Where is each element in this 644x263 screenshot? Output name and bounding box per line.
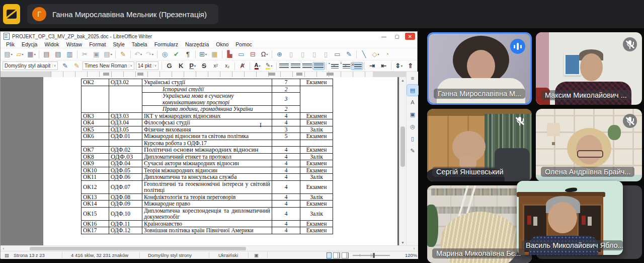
align-justify-icon[interactable] (313, 62, 325, 70)
table-cell[interactable]: Геополітичні та геоекономічні інтереси у… (142, 180, 272, 193)
insert-chart-icon[interactable]: ▙ (224, 49, 235, 59)
new-style-icon[interactable]: ✎ (71, 61, 83, 71)
menu-style[interactable]: Style (109, 41, 128, 47)
hyperlink-icon[interactable]: ⊕ (274, 49, 285, 59)
menu-plik[interactable]: Plik (3, 41, 18, 47)
table-cell[interactable]: Екзамен (300, 112, 333, 119)
table-cell[interactable]: 3 (272, 126, 300, 133)
table-cell[interactable]: ОК8 (82, 153, 109, 160)
clone-formatting-icon[interactable]: ✎ (117, 49, 129, 59)
vertical-scrollbar[interactable]: ▲ ▼ (399, 77, 406, 245)
sidebar-properties-icon[interactable]: ▤ (407, 85, 418, 96)
insert-field-icon[interactable]: ▯ (308, 49, 320, 59)
sidebar-styles-icon[interactable]: A (407, 97, 418, 108)
document-area[interactable]: ОК2ОДЗ.02Українські студії7ЕкзаменІстори… (1, 77, 399, 245)
table-cell[interactable]: Курсова робота з ОДФ.17 (142, 140, 272, 147)
horizontal-scroll-thumb[interactable] (30, 247, 246, 250)
vertical-scroll-thumb[interactable] (400, 126, 405, 167)
table-cell[interactable]: 7 (272, 79, 300, 86)
multi-page-view-icon[interactable] (333, 252, 338, 258)
table-cell[interactable]: ОК17 (82, 227, 109, 234)
insert-header-icon[interactable]: ▯ (285, 49, 297, 59)
ruler-column-marker[interactable] (103, 73, 109, 76)
table-cell[interactable]: ОДФ.02 (109, 147, 142, 154)
table-cell[interactable]: ОК11 (82, 174, 109, 181)
table-cell[interactable]: 4 (272, 193, 300, 201)
ruler-column-marker[interactable] (296, 73, 302, 76)
table-cell[interactable]: 4 (272, 207, 300, 220)
table-cell[interactable]: 4 (272, 180, 300, 193)
table-cell[interactable]: 5 (272, 133, 300, 140)
insert-footer-icon[interactable]: ▯ (297, 49, 308, 59)
table-cell[interactable]: Конфліктологія та теорія переговорів (142, 193, 272, 201)
table-cell[interactable] (109, 140, 142, 147)
table-cell[interactable]: Міжнародні відносини та світова політика (142, 133, 272, 140)
table-cell[interactable]: 2 (272, 86, 300, 93)
minimize-button[interactable]: — (379, 33, 389, 40)
insert-image-icon[interactable]: ▦ (209, 49, 220, 59)
language-status[interactable]: Ukraiński (218, 251, 238, 259)
table-cell[interactable]: 4 (272, 201, 300, 208)
table-cell[interactable]: ОДФ.04 (109, 160, 142, 167)
export-pdf-icon[interactable]: ▤ (41, 49, 52, 59)
page-number-status[interactable]: Strona 13 z 23 (14, 251, 45, 259)
table-cell[interactable]: Сучасні актори міжнародних відносин (142, 160, 272, 167)
table-cell[interactable]: Теорія міжнародних відносин (142, 167, 272, 174)
paragraph-style-combo[interactable]: Domyślny styl akapitu ˅ (3, 61, 58, 70)
table-cell[interactable]: ІКТ у міжнародних відносинах (142, 112, 272, 119)
paste-icon[interactable]: ▤▾ (102, 49, 114, 59)
sidebar-track-changes-icon[interactable]: ✎ (407, 145, 418, 156)
cut-icon[interactable]: ✂ (79, 49, 91, 59)
menu-wstaw[interactable]: Wstaw (63, 41, 86, 47)
sidebar-gallery-icon[interactable]: ▣ (407, 109, 418, 120)
table-cell[interactable]: ОК6 (82, 133, 109, 140)
ruler-column-marker[interactable] (137, 73, 143, 76)
video-tile-maksym[interactable]: Максим Миколайович ... (536, 32, 642, 105)
maximize-button[interactable]: ▢ (392, 33, 402, 40)
sidebar-navigator-icon[interactable]: ◎ (407, 121, 418, 132)
sidebar-page-icon[interactable]: ▯ (407, 133, 418, 144)
clear-formatting-icon[interactable]: A (236, 61, 248, 71)
table-cell[interactable]: 4 (272, 147, 300, 154)
find-replace-icon[interactable]: ◎ (159, 49, 171, 59)
table-cell[interactable]: ОДФ.10 (109, 207, 142, 220)
redo-icon[interactable]: ↷▾ (144, 49, 155, 59)
print-icon[interactable]: ▤ (52, 49, 64, 59)
menu-tabela[interactable]: Tabela (128, 41, 151, 47)
zoom-slider-thumb[interactable] (373, 253, 375, 258)
zoom-level[interactable]: 120% (405, 251, 417, 259)
table-cell[interactable]: Українські студії (142, 79, 272, 86)
table-cell[interactable] (300, 86, 333, 112)
video-tile-olena[interactable]: Олена Андріївна Брайч... (536, 109, 642, 181)
table-cell[interactable]: Фізичне виховання (142, 126, 272, 133)
table-cell[interactable]: 4 (272, 227, 300, 234)
align-center-icon[interactable] (290, 62, 301, 70)
ruler-column-marker[interactable] (327, 73, 334, 76)
table-cell[interactable]: ОДФ.01 (109, 133, 142, 140)
comment-icon[interactable]: ▭ (332, 49, 343, 59)
table-cell[interactable]: Українська мова в сучасному комунікативн… (142, 93, 272, 106)
table-cell[interactable]: 4 (272, 160, 300, 167)
video-tile-vasyl[interactable]: Василь Миколайович Ябло... (517, 181, 623, 255)
selection-mode-icon[interactable]: ▣ (254, 251, 259, 259)
window-title-bar[interactable]: PROJEKT_OP_C3_MV_ZP_bak_2025.doc - Libre… (1, 32, 417, 41)
table-cell[interactable]: 4 (272, 174, 300, 181)
table-cell[interactable]: Екзамен (300, 147, 333, 154)
word-count-status[interactable]: 4 416 słów, 32 231 znaków (71, 251, 128, 259)
bullet-list-icon[interactable]: ▾ (328, 62, 340, 70)
table-cell[interactable]: 4 (272, 112, 300, 119)
line-spacing-icon[interactable]: ⇕▾ (393, 61, 405, 71)
menu-pomoc[interactable]: Pomoc (232, 41, 256, 47)
para-space-decrease-icon[interactable]: ⇓ (416, 61, 417, 71)
update-style-icon[interactable]: ✎ (59, 61, 71, 71)
strikethrough-icon[interactable]: S (198, 61, 210, 71)
highlight-color-icon[interactable]: ✎▾ (263, 61, 275, 71)
insert-line-icon[interactable]: ╲ (358, 49, 370, 59)
table-cell[interactable]: ОДЗ.03 (109, 112, 142, 119)
table-cell[interactable]: Зовнішня політика країн Північної Америк… (142, 227, 272, 234)
table-cell[interactable]: ОДЗ.02 (109, 79, 142, 86)
table-cell[interactable]: Залік (300, 126, 333, 133)
table-cell[interactable]: Залік (300, 174, 333, 181)
copy-icon[interactable]: ▣ (91, 49, 102, 59)
save-icon[interactable]: ▦▾ (26, 49, 37, 59)
